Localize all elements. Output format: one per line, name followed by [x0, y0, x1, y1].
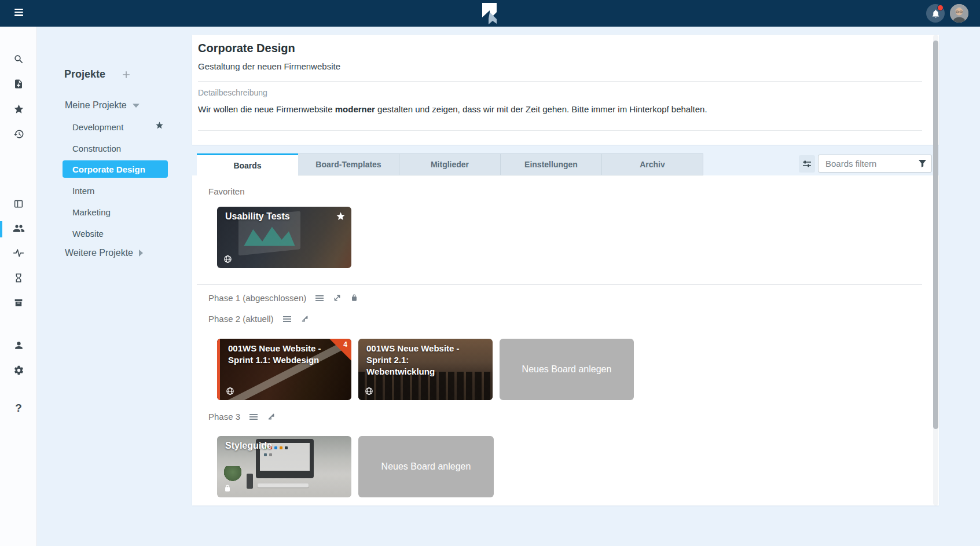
collapse-icon: [267, 412, 276, 421]
file-plus-icon: [13, 79, 24, 89]
tab-mitglieder[interactable]: Mitglieder: [399, 153, 501, 175]
chevron-right-icon: [139, 250, 143, 256]
avatar-photo: [950, 4, 968, 23]
top-bar: [0, 0, 980, 27]
section-menu-button[interactable]: [282, 314, 292, 324]
add-project-button[interactable]: [120, 69, 132, 80]
notifications-button[interactable]: [926, 4, 945, 23]
new-board-button[interactable]: Neues Board anlegen: [500, 339, 634, 400]
time-tracking-button[interactable]: [0, 268, 37, 288]
board-card-sprint-1-1[interactable]: 4 001WS Neue Website - Sprint 1.1: Webde…: [217, 339, 351, 400]
team-icon: [13, 222, 25, 234]
new-board-button[interactable]: Neues Board anlegen: [358, 436, 494, 497]
project-item-corporate-design[interactable]: Corporate Design: [63, 160, 168, 178]
project-item-construction[interactable]: Construction: [72, 140, 121, 157]
boards-button[interactable]: [0, 194, 37, 214]
group-weitere-projekte[interactable]: Weitere Projekte: [65, 246, 143, 260]
public-globe-icon: [223, 255, 232, 263]
project-item-website[interactable]: Website: [72, 225, 104, 242]
profile-button[interactable]: [0, 335, 37, 355]
gear-icon: [13, 365, 24, 376]
plus-icon: [120, 69, 132, 80]
tab-einstellungen[interactable]: Einstellungen: [501, 153, 602, 175]
tab-boards[interactable]: Boards: [197, 153, 298, 175]
section-expand-button[interactable]: [333, 294, 342, 302]
detail-description-label: Detailbeschreibung: [198, 88, 267, 97]
section-title-favoriten: Favoriten: [208, 186, 245, 196]
history-icon: [13, 129, 24, 140]
board-card-sprint-2-1[interactable]: 001WS Neue Website - Sprint 2.1: Webentw…: [358, 339, 493, 400]
board-color-stripe: [217, 339, 220, 400]
board-card-usability-tests[interactable]: Usability Tests: [217, 207, 351, 268]
menu-lines-icon: [249, 412, 258, 422]
project-item-intern[interactable]: Intern: [72, 182, 94, 199]
project-favorite-star-icon: [155, 121, 164, 130]
section-phase-1: Phase 1 (abgeschlossen): [208, 293, 358, 303]
collapse-icon: [300, 314, 309, 323]
badge-corner: [329, 339, 351, 361]
board-title: Styleguide: [225, 440, 335, 452]
chevron-down-icon: [133, 104, 140, 108]
group-meine-projekte[interactable]: Meine Projekte: [65, 98, 140, 112]
private-lock-icon: [223, 484, 232, 493]
divider: [197, 284, 922, 285]
project-item-marketing[interactable]: Marketing: [72, 203, 111, 221]
pin-logo-icon[interactable]: [481, 2, 498, 25]
divider: [198, 130, 922, 131]
section-collapse-button[interactable]: [267, 412, 276, 421]
scrollbar-thumb[interactable]: [933, 41, 938, 429]
search-button[interactable]: [0, 49, 37, 69]
tab-board-templates[interactable]: Board-Templates: [298, 153, 399, 175]
board-filter: [818, 155, 932, 173]
board-card-styleguide[interactable]: Styleguide: [217, 436, 351, 497]
section-phase-3: Phase 3: [208, 412, 276, 422]
archive-box-icon: [13, 298, 24, 308]
section-lock-icon: [350, 294, 358, 302]
archive-button[interactable]: [0, 293, 37, 313]
new-document-button[interactable]: [0, 74, 37, 94]
page-title: Corporate Design: [198, 42, 295, 55]
projects-sidebar: Projekte Meine Projekte Development Cons…: [37, 27, 193, 546]
badge-count: 4: [343, 340, 347, 349]
menu-lines-icon: [315, 294, 324, 303]
public-globe-icon: [365, 387, 373, 395]
tab-archiv[interactable]: Archiv: [602, 153, 703, 175]
search-icon: [13, 54, 24, 65]
boards-content-panel: Favoriten Usability Tests Phase 1 (abges…: [192, 175, 939, 505]
history-button[interactable]: [0, 124, 37, 144]
members-button[interactable]: [0, 218, 37, 238]
person-icon: [13, 340, 24, 351]
user-avatar[interactable]: [950, 4, 968, 23]
expand-icon: [333, 294, 342, 302]
menu-button[interactable]: [13, 7, 25, 20]
board-title: Usability Tests: [225, 211, 335, 222]
section-menu-button[interactable]: [249, 412, 258, 422]
favorite-star-icon[interactable]: [336, 211, 346, 221]
help-button[interactable]: ?: [0, 398, 37, 418]
section-phase-2: Phase 2 (aktuell): [208, 314, 309, 324]
section-menu-button[interactable]: [315, 294, 324, 303]
hourglass-icon: [13, 273, 24, 283]
section-collapse-button[interactable]: [300, 314, 309, 323]
public-globe-icon: [226, 387, 234, 395]
star-icon: [13, 104, 24, 115]
board-filter-input[interactable]: [818, 155, 932, 173]
filter-settings-button[interactable]: [799, 155, 815, 173]
section-title-phase-1: Phase 1 (abgeschlossen): [208, 293, 306, 303]
activity-button[interactable]: [0, 243, 37, 263]
app-window: ? Projekte Meine Projekte Development Co…: [0, 0, 980, 546]
project-header-panel: Corporate Design Gestaltung der neuen Fi…: [192, 35, 939, 145]
tune-icon: [802, 159, 812, 168]
page-subtitle: Gestaltung der neuen Firmenwebsite: [198, 61, 340, 71]
settings-button[interactable]: [0, 360, 37, 380]
pulse-icon: [13, 247, 24, 259]
project-item-development[interactable]: Development: [72, 118, 123, 135]
section-title-phase-2: Phase 2 (aktuell): [208, 314, 274, 324]
favorites-button[interactable]: [0, 99, 37, 119]
tab-bar: Boards Board-Templates Mitglieder Einste…: [197, 153, 703, 175]
menu-lines-icon: [282, 314, 292, 324]
projects-panel-title: Projekte: [64, 68, 105, 80]
board-columns-icon: [13, 199, 24, 209]
notification-dot: [937, 5, 944, 11]
board-title: 001WS Neue Website - Sprint 1.1: Webdesi…: [228, 343, 338, 366]
